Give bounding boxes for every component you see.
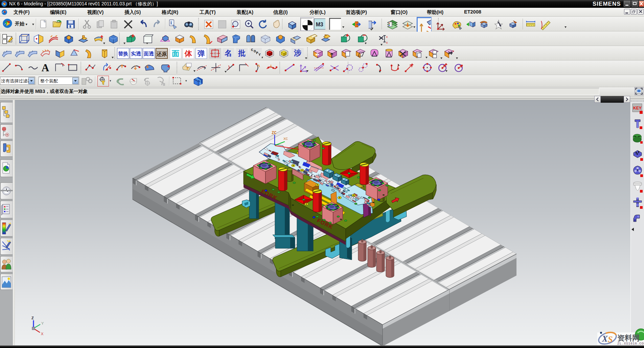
svg-text:M3: M3	[316, 22, 323, 27]
svg-text:X: X	[602, 334, 608, 343]
svg-text:x: x	[386, 41, 388, 44]
svg-text:Y: Y	[41, 321, 44, 325]
svg-text:ZC: ZC	[272, 131, 276, 135]
svg-text:S: S	[608, 334, 613, 344]
svg-text:XC: XC	[283, 137, 288, 141]
svg-text:x: x	[386, 35, 388, 39]
svg-text:资料网: 资料网	[617, 334, 640, 342]
svg-text:X: X	[41, 332, 44, 336]
svg-text:A: A	[42, 62, 49, 74]
svg-text:KEY: KEY	[633, 106, 642, 110]
svg-text:x: x	[453, 49, 454, 53]
svg-text:Z: Z	[31, 316, 34, 320]
svg-text:i: i	[170, 20, 172, 25]
